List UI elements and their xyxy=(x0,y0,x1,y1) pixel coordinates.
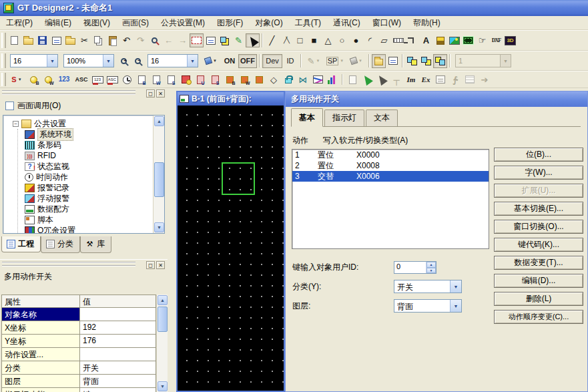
tree-node-barcode[interactable]: 条形码 xyxy=(25,140,164,150)
spin-down-icon[interactable]: ▼ xyxy=(426,268,436,274)
paste-button[interactable] xyxy=(105,33,119,47)
view-3d-icon[interactable]: 3D xyxy=(503,33,517,47)
action-row-1[interactable]: 1 置位 X0000 xyxy=(292,150,489,160)
filled-circle-tool-icon[interactable]: ● xyxy=(349,33,363,47)
action-list[interactable]: 1 置位 X0000 2 置位 X0008 3 交替 X0006 xyxy=(292,149,489,249)
tab-text[interactable]: 文本 xyxy=(366,110,398,126)
undo-button[interactable]: ↶ xyxy=(119,33,133,47)
tree-scrollbar[interactable]: ▲ ▼ xyxy=(153,116,164,233)
screen-call-checkbox[interactable] xyxy=(5,102,14,110)
comment-bit-button[interactable] xyxy=(134,73,149,86)
open-screen-button[interactable] xyxy=(63,33,77,47)
scale-tool-icon[interactable] xyxy=(391,33,405,47)
tab-lamp[interactable]: 指示灯 xyxy=(324,110,364,126)
property-row-y[interactable]: Y坐标176 xyxy=(2,335,156,348)
cut-button[interactable]: ✂ xyxy=(77,33,91,47)
menu-help[interactable]: 帮助(H) xyxy=(407,16,447,30)
parts-display-bit-button[interactable] xyxy=(222,73,237,86)
menu-tools[interactable]: 工具(T) xyxy=(289,16,327,30)
spin-up-icon[interactable]: ▲ xyxy=(426,262,436,268)
panelmeter-button[interactable]: ◇ xyxy=(266,73,281,86)
piping-tool-icon[interactable] xyxy=(405,33,419,47)
screen-canvas[interactable] xyxy=(178,106,284,391)
doc-view-button[interactable] xyxy=(204,33,218,47)
polygon-tool-icon[interactable]: △ xyxy=(321,33,335,47)
object-pick-button[interactable] xyxy=(360,73,374,86)
property-row-layer[interactable]: 图层背面 xyxy=(2,375,156,388)
tab-project[interactable]: 工程 xyxy=(1,236,41,252)
category-dropdown[interactable]: 开关 ▼ xyxy=(394,280,462,293)
filled-rect-tool-icon[interactable]: ■ xyxy=(307,33,321,47)
line-graph-button[interactable] xyxy=(310,73,325,86)
pane-close-button[interactable]: ✕ xyxy=(156,261,165,269)
scroll-up-icon[interactable]: ▲ xyxy=(154,116,164,126)
level-button[interactable] xyxy=(281,73,296,86)
tree-node-q-redundancy[interactable]: Q冗余设置 xyxy=(25,225,164,234)
menu-screen[interactable]: 画面(S) xyxy=(116,16,155,30)
action-row-3-selected[interactable]: 3 交替 X0006 xyxy=(292,171,489,182)
property-row-action-settings[interactable]: 动作设置... xyxy=(2,348,156,361)
scroll-thumb[interactable] xyxy=(158,307,168,332)
user-id-spinner[interactable]: 0 ▲▼ xyxy=(394,261,436,274)
layer-front-button[interactable] xyxy=(405,54,419,68)
word-button[interactable]: 字(W)... xyxy=(494,166,583,180)
property-row-lamp-function[interactable]: 指示灯功能键 xyxy=(2,388,156,392)
copy-button[interactable] xyxy=(91,33,105,47)
window-switch-button[interactable]: 窗口切换(O)... xyxy=(494,220,583,234)
user-alarm-button[interactable] xyxy=(193,73,208,86)
pane-grip[interactable]: ◻ ✕ xyxy=(0,260,168,269)
preview-button[interactable] xyxy=(148,33,162,47)
base-switch-button[interactable]: 基本切换(E)... xyxy=(494,202,583,216)
id-display-button[interactable]: ID xyxy=(282,54,298,68)
zoom-in-button[interactable]: + xyxy=(117,54,131,68)
menu-project[interactable]: 工程(P) xyxy=(0,16,39,30)
touch-area-tool-icon[interactable]: ☞ xyxy=(475,33,489,47)
grid-size-combo[interactable]: 16▼ xyxy=(10,54,58,67)
title-bar[interactable]: GT Designer2 - 未命名1 xyxy=(0,0,588,16)
tree-node-rfid[interactable]: ))) RFID xyxy=(25,150,164,161)
zoom-out-button[interactable]: − xyxy=(131,54,145,68)
snap-combo[interactable]: 16▼ xyxy=(148,54,198,67)
switch-dropdown[interactable]: S▼ xyxy=(7,73,26,86)
sector-tool-icon[interactable]: ▱ xyxy=(377,33,391,47)
screen-prop-button[interactable] xyxy=(372,54,386,68)
rect-tool-icon[interactable]: □ xyxy=(293,33,307,47)
comment-simple-button[interactable] xyxy=(164,73,178,86)
image-tool-icon[interactable] xyxy=(447,33,461,47)
alarm-history-button[interactable] xyxy=(178,73,193,86)
bit-button[interactable]: 位(B)... xyxy=(494,148,583,162)
fill-color-dropdown[interactable]: ▼ xyxy=(201,54,221,68)
property-row-x[interactable]: X坐标192 xyxy=(2,321,156,335)
menu-communication[interactable]: 通讯(C) xyxy=(327,16,366,30)
open-project-button[interactable] xyxy=(21,33,35,47)
scroll-thumb[interactable] xyxy=(154,162,164,197)
menu-edit[interactable]: 编辑(E) xyxy=(39,16,77,30)
device-off-button[interactable]: OFF xyxy=(238,54,257,68)
ascii-display-button[interactable]: ASC xyxy=(73,73,90,86)
parts-display-word-button[interactable] xyxy=(237,73,252,86)
new-file-button[interactable] xyxy=(7,33,21,47)
numeric-input-button[interactable]: 123 xyxy=(90,73,105,86)
line-tool-icon[interactable]: ╱ xyxy=(265,33,279,47)
delete-button[interactable]: 删除(L) xyxy=(494,292,583,306)
property-row-object-name[interactable]: 对象名称 xyxy=(2,308,156,321)
tree-node-script[interactable]: 脚本 xyxy=(25,214,164,225)
lamp-bit-button[interactable] xyxy=(26,73,41,86)
pane-float-button[interactable]: ◻ xyxy=(146,89,155,97)
circle-tool-icon[interactable]: ○ xyxy=(335,33,349,47)
tree-node-status-watch[interactable]: ? 状态监视 xyxy=(25,161,164,172)
layer-dropdown[interactable]: 背面 ▼ xyxy=(394,299,462,313)
zoom-combo[interactable]: 100%▼ xyxy=(63,54,114,67)
tab-basic[interactable]: 基本 xyxy=(291,108,323,127)
screen-size-button[interactable] xyxy=(190,33,204,47)
dialog-title-bar[interactable]: 多用动作开关 xyxy=(286,91,587,107)
toolbar-grip[interactable] xyxy=(1,53,6,68)
polyline-tool-icon[interactable]: ╱╲ xyxy=(279,33,293,47)
scroll-down-icon[interactable]: ▼ xyxy=(154,222,164,232)
tree-node-common-settings[interactable]: − 公共设置 xyxy=(13,118,164,129)
save-project-button[interactable] xyxy=(35,33,49,47)
dxf-import-icon[interactable]: DXF xyxy=(489,33,503,47)
scroll-down-icon[interactable]: ▼ xyxy=(158,381,168,391)
switch-object[interactable] xyxy=(222,162,255,195)
select-mode-button[interactable] xyxy=(246,33,260,47)
